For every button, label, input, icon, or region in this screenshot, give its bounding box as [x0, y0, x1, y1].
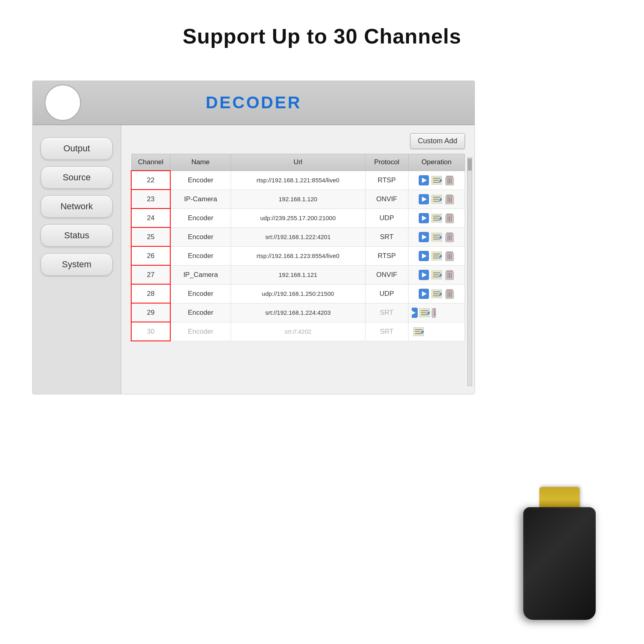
- play-button[interactable]: [418, 213, 429, 224]
- svg-rect-11: [451, 178, 452, 184]
- edit-button[interactable]: [431, 269, 442, 281]
- svg-rect-41: [433, 239, 440, 239]
- svg-rect-77: [433, 295, 440, 296]
- svg-rect-17: [433, 201, 440, 202]
- operation-icons: [412, 231, 461, 243]
- edit-button[interactable]: [431, 213, 442, 224]
- svg-rect-22: [449, 197, 450, 202]
- delete-button[interactable]: [444, 213, 455, 224]
- operation-icons: [412, 326, 424, 337]
- svg-rect-63: [433, 272, 440, 273]
- protocol-cell: SRT: [365, 322, 409, 341]
- play-button[interactable]: [418, 175, 429, 186]
- play-button[interactable]: [418, 194, 429, 205]
- page-title: Support Up to 30 Channels: [0, 0, 644, 64]
- svg-rect-53: [433, 258, 440, 258]
- delete-button[interactable]: [444, 175, 455, 186]
- svg-rect-71: [451, 273, 452, 278]
- table-row: 28Encoderudp://192.168.1.250:21500UDP: [131, 284, 465, 303]
- svg-rect-39: [433, 235, 440, 235]
- channel-cell: 24: [131, 208, 170, 227]
- svg-rect-64: [433, 275, 439, 275]
- channel-table: Channel Name Url Protocol Operation 22En…: [131, 154, 465, 341]
- play-button[interactable]: [418, 269, 429, 281]
- channel-cell: 30: [131, 322, 170, 341]
- svg-rect-23: [451, 197, 452, 202]
- svg-rect-47: [451, 235, 452, 240]
- col-header-name: Name: [170, 154, 231, 171]
- sidebar-item-network[interactable]: Network: [41, 195, 113, 218]
- play-button[interactable]: [412, 307, 418, 318]
- device-image: [507, 483, 612, 620]
- table-row: 23IP-Camera192.168.1.120ONVIF: [131, 190, 465, 208]
- svg-rect-68: [446, 270, 453, 272]
- svg-rect-10: [449, 178, 450, 184]
- col-header-url: Url: [231, 154, 365, 171]
- name-cell: Encoder: [170, 227, 231, 246]
- svg-rect-100: [415, 331, 421, 332]
- svg-rect-56: [446, 252, 453, 253]
- svg-rect-83: [451, 292, 452, 297]
- protocol-cell: RTSP: [365, 171, 409, 190]
- table-row: 24Encoderudp://239.255.17.200:21000UDP: [131, 208, 465, 227]
- channel-cell: 28: [131, 284, 170, 303]
- sidebar-item-source[interactable]: Source: [41, 166, 113, 189]
- scrollbar-thumb: [468, 159, 472, 171]
- table-row: 25Encodersrt://192.168.1.222:4201SRT: [131, 227, 465, 246]
- edit-button[interactable]: [419, 307, 430, 318]
- svg-rect-80: [446, 289, 453, 291]
- operation-cell: [409, 246, 465, 265]
- custom-add-button[interactable]: Custom Add: [410, 133, 465, 149]
- play-button[interactable]: [418, 288, 429, 299]
- edit-button[interactable]: [431, 250, 442, 262]
- play-button[interactable]: [418, 231, 429, 243]
- decoder-title: DECODER: [206, 93, 301, 112]
- sidebar-item-output[interactable]: Output: [41, 137, 113, 160]
- protocol-cell: UDP: [365, 208, 409, 227]
- delete-button[interactable]: [444, 288, 455, 299]
- scrollbar[interactable]: [467, 157, 472, 386]
- url-cell: rtsp://192.168.1.223:8554/live0: [231, 246, 365, 265]
- svg-rect-33: [448, 216, 448, 221]
- edit-button[interactable]: [431, 194, 442, 205]
- delete-button[interactable]: [444, 194, 455, 205]
- play-button[interactable]: [418, 250, 429, 262]
- svg-rect-45: [448, 235, 448, 240]
- delete-button[interactable]: [444, 250, 455, 262]
- channel-cell: 23: [131, 190, 170, 208]
- svg-rect-27: [433, 216, 440, 217]
- svg-rect-52: [433, 256, 439, 256]
- col-header-channel: Channel: [131, 154, 170, 171]
- edit-button[interactable]: [431, 231, 442, 243]
- sidebar-item-system[interactable]: System: [41, 253, 113, 276]
- table-row: 22Encoderrtsp://192.168.1.221:8554/live0…: [131, 171, 465, 190]
- svg-rect-44: [446, 233, 453, 234]
- protocol-cell: ONVIF: [365, 190, 409, 208]
- edit-button[interactable]: [431, 288, 442, 299]
- operation-cell: [409, 284, 465, 303]
- svg-rect-9: [448, 178, 448, 184]
- edit-button[interactable]: [431, 175, 442, 186]
- svg-rect-101: [415, 333, 421, 334]
- channel-cell: 25: [131, 227, 170, 246]
- svg-rect-51: [433, 254, 440, 254]
- name-cell: Encoder: [170, 246, 231, 265]
- svg-rect-76: [433, 293, 439, 294]
- svg-rect-15: [433, 197, 440, 198]
- url-cell: udp://239.255.17.200:21000: [231, 208, 365, 227]
- svg-rect-5: [433, 182, 440, 183]
- edit-button[interactable]: [413, 326, 424, 337]
- name-cell: IP-Camera: [170, 190, 231, 208]
- channel-cell: 26: [131, 246, 170, 265]
- sidebar-item-status[interactable]: Status: [41, 224, 113, 247]
- delete-button[interactable]: [444, 231, 455, 243]
- svg-rect-58: [449, 254, 450, 259]
- sidebar: Output Source Network Status System: [33, 125, 121, 394]
- svg-rect-46: [449, 235, 450, 240]
- table-header-row: Channel Name Url Protocol Operation: [131, 154, 465, 171]
- operation-icons: [412, 175, 461, 186]
- delete-button[interactable]: [431, 307, 436, 318]
- operation-cell: [409, 303, 465, 322]
- svg-rect-70: [449, 273, 450, 278]
- delete-button[interactable]: [444, 269, 455, 281]
